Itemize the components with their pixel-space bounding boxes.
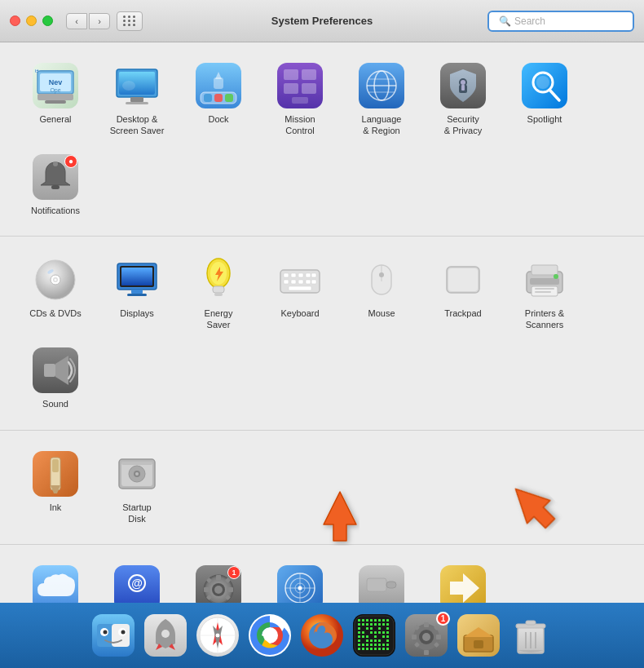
svg-rect-223 [358,639,360,642]
svg-rect-227 [378,639,381,642]
dock-trash[interactable] [507,612,554,659]
svg-rect-197 [358,623,360,626]
svg-rect-60 [214,293,223,296]
language-icon [358,62,405,109]
svg-rect-15 [126,102,148,104]
dock-label: Dock [208,113,228,125]
pref-keyboard[interactable]: Keyboard [261,250,339,338]
pref-mission[interactable]: MissionControl [261,55,339,144]
svg-rect-210 [358,631,360,634]
pref-dock[interactable]: Dock [179,55,258,144]
maximize-button[interactable] [42,15,53,26]
pref-general[interactable]: Nev Ope F General [16,55,95,144]
displays-label: Displays [120,307,154,319]
svg-rect-239 [366,648,368,650]
svg-rect-238 [362,648,364,650]
svg-rect-202 [378,623,381,626]
minimize-button[interactable] [26,15,37,26]
svg-point-173 [121,630,126,635]
pref-notifications[interactable]: ● Notifications [16,147,95,223]
pref-internet-accounts[interactable]: @ InternetAccounts [98,558,176,603]
dock-firefox[interactable] [298,612,346,659]
dock-airdrop[interactable] [455,612,502,659]
pref-startup-disk[interactable]: StartupDisk [98,444,176,532]
svg-rect-59 [213,286,224,293]
pref-software-update[interactable]: 1 SoftwareUpdate [179,558,258,603]
svg-rect-218 [362,635,364,638]
svg-point-43 [536,76,549,89]
titlebar: ‹ › System Preferences 🔍 Search [0,0,644,42]
cds-dvds-icon [32,256,79,303]
launchpad-icon [144,614,187,657]
mouse-icon [358,256,405,303]
spotlight-label: Spotlight [527,113,562,125]
pref-security[interactable]: Security& Privacy [424,55,502,144]
svg-point-13 [122,81,135,91]
svg-rect-68 [291,280,296,284]
pref-energy[interactable]: EnergySaver [179,250,258,338]
dock-finder[interactable] [90,612,137,659]
personal-icons-grid: Nev Ope F General [16,55,628,223]
svg-rect-69 [298,280,303,284]
grid-view-button[interactable] [117,11,143,31]
pref-extensions[interactable]: Extensions [342,558,421,603]
svg-rect-248 [424,650,429,655]
svg-rect-20 [225,94,233,102]
pref-desktop[interactable]: Desktop &Screen Saver [98,55,176,144]
trackpad-icon [439,256,487,303]
back-button[interactable]: ‹ [66,13,87,29]
energy-saver-icon [195,256,242,303]
ink-label: Ink [50,502,62,513]
svg-rect-123 [367,578,386,591]
svg-rect-6 [37,94,73,100]
svg-text:Ope: Ope [50,87,60,94]
svg-rect-27 [302,83,316,94]
dock-safari[interactable] [194,612,241,659]
svg-point-46 [53,161,58,166]
main-content: Nev Ope F General [0,42,644,603]
pref-icloud[interactable]: iCloud [16,558,95,603]
forward-button[interactable]: › [89,13,110,29]
dock-launchpad[interactable] [142,612,189,659]
close-button[interactable] [10,15,20,26]
pref-mouse[interactable]: Mouse [342,250,421,338]
pref-cds-dvds[interactable]: CDs & DVDs [16,250,95,338]
svg-rect-221 [382,635,385,638]
svg-rect-190 [362,619,364,622]
svg-rect-241 [374,648,377,650]
pref-ink[interactable]: Ink [16,444,95,532]
dock-chrome[interactable] [246,612,293,659]
svg-rect-213 [374,631,377,634]
svg-rect-71 [311,280,316,284]
svg-rect-222 [386,635,389,638]
pref-sound[interactable]: Sound [16,340,95,416]
svg-rect-208 [378,627,381,630]
dock-pixelmator[interactable] [351,612,398,659]
startup-disk-label: StartupDisk [122,502,151,525]
desktop-label: Desktop &Screen Saver [110,113,165,137]
airdrop-icon [457,614,500,657]
chrome-icon [249,614,291,657]
svg-rect-224 [366,639,368,642]
security-icon [439,62,487,109]
pref-network[interactable]: Network [261,558,339,603]
pref-language[interactable]: Language& Region [342,55,421,144]
section-internet: iCloud @ [0,545,644,603]
svg-rect-63 [291,273,296,277]
window-title: System Preferences [271,15,373,27]
dock-system-prefs[interactable]: 1 [403,612,450,659]
pref-trackpad[interactable]: Trackpad [424,250,502,338]
svg-rect-212 [370,631,373,634]
printers-label: Printers &Scanners [525,307,564,331]
general-label: General [39,113,71,125]
pref-sharing[interactable]: Sharing [424,558,502,603]
pref-displays[interactable]: Displays [98,250,176,338]
svg-rect-66 [311,273,316,277]
pref-printers[interactable]: Printers &Scanners [505,250,584,338]
svg-rect-219 [366,635,368,638]
search-box[interactable]: 🔍 Search [487,11,634,32]
search-icon: 🔍 [499,15,511,27]
pref-spotlight[interactable]: Spotlight [505,55,584,144]
svg-rect-259 [474,640,483,648]
svg-rect-124 [386,582,396,588]
